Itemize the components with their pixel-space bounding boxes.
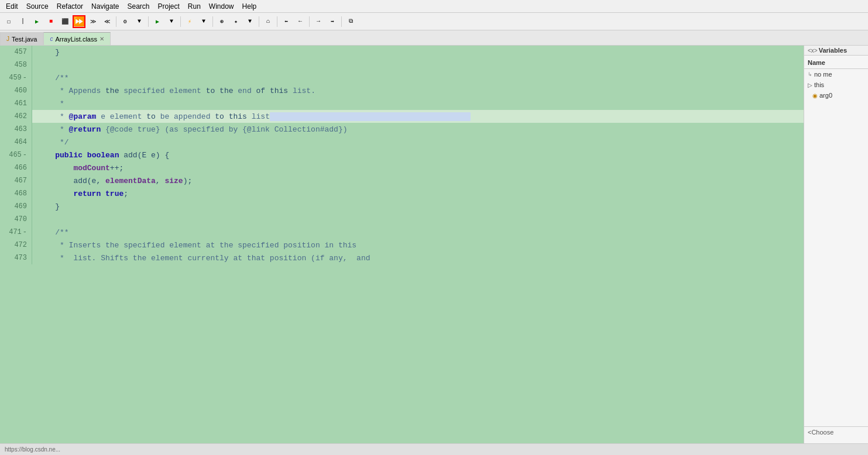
line-number-462: 462 bbox=[0, 110, 32, 123]
toolbar-btn-14[interactable]: ▼ bbox=[197, 15, 210, 28]
menu-refactor[interactable]: Refactor bbox=[53, 1, 87, 12]
variables-icon: <x> bbox=[808, 47, 818, 54]
toolbar-btn-23[interactable]: ⧉ bbox=[344, 15, 357, 28]
no-me-icon: ↳ bbox=[808, 71, 812, 77]
toolbar-btn-10[interactable]: ▼ bbox=[133, 15, 146, 28]
tab-bar: J Test.java c ArrayList.class ✕ bbox=[0, 30, 868, 46]
line-number-467: 467 bbox=[0, 174, 32, 187]
menu-navigate[interactable]: Navigate bbox=[88, 1, 122, 12]
table-row: 465 public boolean add(E e) { bbox=[0, 149, 804, 161]
toolbar-btn-20[interactable]: ← bbox=[294, 15, 307, 28]
line-number-469: 469 bbox=[0, 200, 32, 213]
line-content-460: * Appends the specified element to the e… bbox=[32, 84, 804, 97]
main-layout: 457 } 458 459 /** 460 * Appends the spec… bbox=[0, 46, 868, 455]
line-content-458 bbox=[32, 58, 804, 71]
line-content-472: * Inserts the specified element at the s… bbox=[32, 239, 804, 251]
menu-edit[interactable]: Edit bbox=[2, 1, 22, 12]
panel-choose-label: <Choose bbox=[808, 429, 833, 436]
arg0-icon: ◉ bbox=[812, 92, 818, 99]
toolbar-btn-debug-step[interactable]: ⏩ bbox=[73, 15, 85, 28]
toolbar-btn-stop[interactable]: ■ bbox=[44, 15, 57, 28]
toolbar-btn-11[interactable]: ▶ bbox=[151, 15, 164, 28]
toolbar-sep-2 bbox=[148, 16, 149, 27]
panel-item-no-me[interactable]: ↳ no me bbox=[804, 69, 868, 80]
toolbar-sep-3 bbox=[180, 16, 181, 27]
table-row: 464 */ bbox=[0, 136, 804, 149]
menu-run[interactable]: Run bbox=[184, 1, 204, 12]
panel-item-arg0[interactable]: ◉ arg0 bbox=[804, 90, 868, 101]
toolbar-btn-run[interactable]: ▶ bbox=[30, 15, 43, 28]
line-number-470: 470 bbox=[0, 213, 32, 226]
toolbar-btn-stop2[interactable]: ⬛ bbox=[59, 15, 71, 28]
toolbar-btn-8[interactable]: ≪ bbox=[101, 15, 114, 28]
table-row: 472 * Inserts the specified element at t… bbox=[0, 239, 804, 251]
toolbar-btn-1[interactable]: ☐ bbox=[2, 15, 15, 28]
toolbar-btn-19[interactable]: ⬅ bbox=[280, 15, 293, 28]
table-row: 460 * Appends the specified element to t… bbox=[0, 84, 804, 97]
line-content-464: */ bbox=[32, 136, 804, 149]
toolbar-btn-21[interactable]: → bbox=[312, 15, 325, 28]
table-row: 469 } bbox=[0, 200, 804, 213]
toolbar-btn-15[interactable]: ⊛ bbox=[215, 15, 228, 28]
line-content-466: modCount++; bbox=[32, 161, 804, 174]
tab-close-icon[interactable]: ✕ bbox=[100, 36, 104, 42]
line-content-473: * list. Shifts the element currently at … bbox=[32, 251, 804, 264]
tab-test-java[interactable]: J Test.java bbox=[0, 32, 43, 45]
menu-help[interactable]: Help bbox=[239, 1, 260, 12]
right-panel: <x> Variables Name ↳ no me ▷ this ◉ arg0 bbox=[804, 46, 868, 455]
code-editor[interactable]: 457 } 458 459 /** 460 * Appends the spec… bbox=[0, 46, 804, 455]
toolbar-btn-13[interactable]: ⚡ bbox=[183, 15, 196, 28]
toolbar-btn-12[interactable]: ▼ bbox=[165, 15, 178, 28]
table-row: 459 /** bbox=[0, 71, 804, 84]
line-number-459: 459 bbox=[0, 71, 32, 84]
toolbar-btn-22[interactable]: ➡ bbox=[326, 15, 339, 28]
java-file-icon: J bbox=[6, 36, 9, 42]
status-bar-text: https://blog.csdn.ne... bbox=[5, 446, 60, 453]
table-row: 463 * @return {@code true} (as specified… bbox=[0, 123, 804, 136]
line-number-473: 473 bbox=[0, 251, 32, 264]
tab-arraylist-class[interactable]: c ArrayList.class ✕ bbox=[43, 32, 111, 45]
status-bar: https://blog.csdn.ne... bbox=[0, 443, 868, 455]
menu-source[interactable]: Source bbox=[23, 1, 52, 12]
table-row: 461 * bbox=[0, 97, 804, 110]
menu-project[interactable]: Project bbox=[154, 1, 183, 12]
line-content-457: } bbox=[32, 46, 804, 58]
toolbar-sep-7 bbox=[309, 16, 310, 27]
line-content-461: * bbox=[32, 97, 804, 110]
line-content-459: /** bbox=[32, 71, 804, 84]
table-row: 457 } bbox=[0, 46, 804, 58]
toolbar: ☐ | ▶ ■ ⬛ ⏩ ≫ ≪ ⚙ ▼ ▶ ▼ ⚡ ▼ ⊛ ✦ ▼ ⌂ ⬅ ← … bbox=[0, 13, 868, 30]
line-number-460: 460 bbox=[0, 84, 32, 97]
toolbar-btn-9[interactable]: ⚙ bbox=[119, 15, 132, 28]
line-number-458: 458 bbox=[0, 58, 32, 71]
line-content-465: public boolean add(E e) { bbox=[32, 149, 804, 161]
table-row: 470 bbox=[0, 213, 804, 226]
line-number-465: 465 bbox=[0, 149, 32, 161]
line-number-463: 463 bbox=[0, 123, 32, 136]
line-content-462: * @param e element to be appended to thi… bbox=[32, 110, 804, 123]
table-row: 462 * @param e element to be appended to… bbox=[0, 110, 804, 123]
table-row: 467 add(e, elementData, size); bbox=[0, 174, 804, 187]
table-row: 471 /** bbox=[0, 226, 804, 239]
toolbar-btn-16[interactable]: ✦ bbox=[229, 15, 242, 28]
toolbar-btn-17[interactable]: ▼ bbox=[243, 15, 256, 28]
line-number-457: 457 bbox=[0, 46, 32, 58]
line-number-468: 468 bbox=[0, 187, 32, 200]
toolbar-sep-5 bbox=[259, 16, 259, 27]
this-expand-icon: ▷ bbox=[808, 82, 812, 88]
line-number-466: 466 bbox=[0, 161, 32, 174]
toolbar-sep-4 bbox=[212, 16, 213, 27]
line-content-467: add(e, elementData, size); bbox=[32, 174, 804, 187]
line-content-469: } bbox=[32, 200, 804, 213]
menu-search[interactable]: Search bbox=[123, 1, 153, 12]
panel-item-this[interactable]: ▷ this bbox=[804, 80, 868, 90]
table-row: 458 bbox=[0, 58, 804, 71]
panel-header-name: Name bbox=[804, 57, 868, 69]
line-number-464: 464 bbox=[0, 136, 32, 149]
toolbar-btn-2[interactable]: | bbox=[16, 15, 29, 28]
panel-title-variables: Variables bbox=[819, 47, 847, 54]
menu-window[interactable]: Window bbox=[205, 1, 238, 12]
toolbar-btn-18[interactable]: ⌂ bbox=[262, 15, 275, 28]
toolbar-sep-6 bbox=[277, 16, 277, 27]
toolbar-btn-7[interactable]: ≫ bbox=[87, 15, 100, 28]
